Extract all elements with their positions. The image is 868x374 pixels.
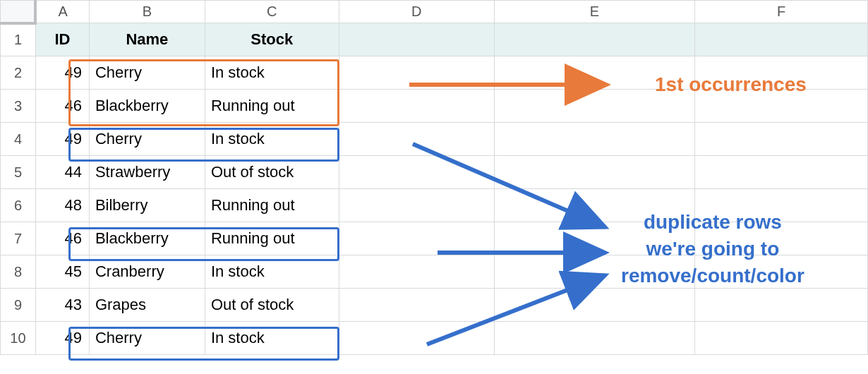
cell-D6[interactable]: [339, 189, 494, 222]
col-header-C[interactable]: C: [205, 1, 339, 23]
cell-A2[interactable]: 49: [35, 56, 89, 90]
cell-C1[interactable]: Stock: [205, 23, 339, 56]
cell-C2[interactable]: In stock: [205, 56, 339, 90]
col-header-F[interactable]: F: [695, 1, 868, 23]
cell-C8[interactable]: In stock: [205, 255, 339, 289]
col-header-B[interactable]: B: [89, 1, 205, 23]
cell-E9[interactable]: [494, 289, 695, 322]
cell-F1[interactable]: [695, 23, 868, 56]
cell-D5[interactable]: [339, 156, 494, 189]
cell-A9[interactable]: 43: [35, 289, 89, 322]
cell-C7[interactable]: Running out: [205, 222, 339, 255]
note-line: duplicate rows: [644, 211, 782, 233]
cell-C9[interactable]: Out of stock: [205, 289, 339, 322]
row-header-1[interactable]: 1: [1, 23, 36, 56]
cell-C3[interactable]: Running out: [205, 90, 339, 123]
cell-A1[interactable]: ID: [35, 23, 89, 56]
cell-B5[interactable]: Strawberry: [89, 156, 205, 189]
cell-B2[interactable]: Cherry: [89, 56, 205, 90]
row-header-7[interactable]: 7: [1, 222, 36, 255]
note-line: remove/count/color: [621, 265, 804, 286]
cell-F9[interactable]: [695, 289, 868, 322]
cell-D2[interactable]: [339, 56, 494, 90]
cell-A6[interactable]: 48: [35, 189, 89, 222]
cell-E1[interactable]: [494, 23, 695, 56]
grid[interactable]: A B C D E F 1 ID Name Stock 2 49 Cherry …: [0, 0, 868, 355]
row-header-2[interactable]: 2: [1, 56, 36, 90]
cell-F10[interactable]: [695, 322, 868, 355]
cell-B6[interactable]: Bilberry: [89, 189, 205, 222]
row-header-8[interactable]: 8: [1, 255, 36, 289]
column-header-row: A B C D E F: [1, 1, 868, 23]
cell-C6[interactable]: Running out: [205, 189, 339, 222]
cell-B10[interactable]: Cherry: [89, 322, 205, 355]
note-line: we're going to: [646, 238, 780, 260]
row-header-3[interactable]: 3: [1, 90, 36, 123]
cell-A3[interactable]: 46: [35, 90, 89, 123]
table-row: 10 49 Cherry In stock: [1, 322, 868, 355]
cell-A4[interactable]: 49: [35, 123, 89, 156]
row-header-10[interactable]: 10: [1, 322, 36, 355]
table-row: 4 49 Cherry In stock: [1, 123, 868, 156]
cell-D4[interactable]: [339, 123, 494, 156]
spreadsheet-view: A B C D E F 1 ID Name Stock 2 49 Cherry …: [0, 0, 868, 374]
cell-E10[interactable]: [494, 322, 695, 355]
table-row: 9 43 Grapes Out of stock: [1, 289, 868, 322]
col-header-A[interactable]: A: [35, 1, 89, 23]
note-first-occurrences: 1st occurrences: [655, 73, 807, 96]
cell-D1[interactable]: [339, 23, 494, 56]
cell-A10[interactable]: 49: [35, 322, 89, 355]
cell-D9[interactable]: [339, 289, 494, 322]
note-duplicates: duplicate rows we're going to remove/cou…: [621, 209, 804, 289]
row-header-5[interactable]: 5: [1, 156, 36, 189]
cell-D8[interactable]: [339, 255, 494, 289]
cell-C10[interactable]: In stock: [205, 322, 339, 355]
cell-B8[interactable]: Cranberry: [89, 255, 205, 289]
cell-D3[interactable]: [339, 90, 494, 123]
cell-B4[interactable]: Cherry: [89, 123, 205, 156]
cell-B1[interactable]: Name: [89, 23, 205, 56]
cell-B3[interactable]: Blackberry: [89, 90, 205, 123]
cell-D7[interactable]: [339, 222, 494, 255]
table-row: 5 44 Strawberry Out of stock: [1, 156, 868, 189]
cell-B7[interactable]: Blackberry: [89, 222, 205, 255]
cell-F5[interactable]: [695, 156, 868, 189]
col-header-E[interactable]: E: [494, 1, 695, 23]
select-all-corner[interactable]: [1, 1, 36, 23]
col-header-D[interactable]: D: [339, 1, 494, 23]
row-header-4[interactable]: 4: [1, 123, 36, 156]
row-header-9[interactable]: 9: [1, 289, 36, 322]
cell-E4[interactable]: [494, 123, 695, 156]
cell-C4[interactable]: In stock: [205, 123, 339, 156]
cell-A7[interactable]: 46: [35, 222, 89, 255]
row-header-6[interactable]: 6: [1, 189, 36, 222]
cell-D10[interactable]: [339, 322, 494, 355]
cell-A5[interactable]: 44: [35, 156, 89, 189]
cell-C5[interactable]: Out of stock: [205, 156, 339, 189]
cell-E5[interactable]: [494, 156, 695, 189]
cell-B9[interactable]: Grapes: [89, 289, 205, 322]
cell-F4[interactable]: [695, 123, 868, 156]
cell-A8[interactable]: 45: [35, 255, 89, 289]
table-row: 1 ID Name Stock: [1, 23, 868, 56]
